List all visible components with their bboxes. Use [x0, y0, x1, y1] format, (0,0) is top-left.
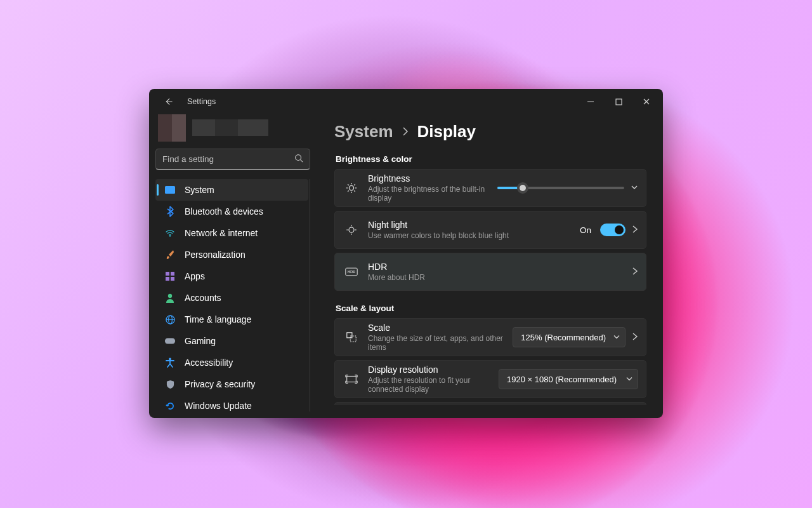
- sidebar-item-personalization[interactable]: Personalization: [155, 244, 308, 265]
- breadcrumb-parent[interactable]: System: [334, 122, 393, 142]
- sidebar-item-label: Privacy & security: [185, 379, 255, 389]
- chevron-right-icon: [402, 127, 409, 138]
- chevron-down-icon: [626, 375, 632, 384]
- svg-rect-14: [165, 338, 175, 344]
- search-icon: [294, 154, 303, 164]
- row-subtitle: Change the size of text, apps, and other…: [368, 334, 504, 352]
- toggle-state-label: On: [580, 225, 591, 235]
- svg-point-10: [168, 293, 172, 297]
- account-name-redacted: [192, 119, 268, 136]
- row-title: Night light: [368, 220, 571, 230]
- row-title: Scale: [368, 323, 504, 333]
- chevron-right-icon[interactable]: [632, 266, 638, 277]
- close-button[interactable]: [632, 89, 660, 114]
- group-label-brightness: Brightness & color: [336, 154, 646, 164]
- svg-rect-34: [347, 376, 357, 382]
- row-orientation[interactable]: Display orientation Landscape: [334, 402, 646, 405]
- sidebar-item-label: Gaming: [185, 336, 216, 346]
- brush-icon: [164, 250, 176, 260]
- sidebar-item-label: System: [185, 185, 214, 195]
- svg-rect-8: [166, 277, 169, 281]
- row-night-light[interactable]: Night light Use warmer colors to help bl…: [334, 211, 646, 249]
- sidebar-item-system[interactable]: System: [155, 179, 308, 201]
- sidebar-item-privacy-security[interactable]: Privacy & security: [155, 373, 308, 395]
- row-hdr[interactable]: HDR HDR More about HDR: [334, 253, 646, 291]
- search-input[interactable]: [162, 154, 294, 164]
- person-icon: [164, 293, 176, 303]
- row-subtitle: More about HDR: [368, 273, 623, 282]
- sidebar-item-label: Windows Update: [185, 401, 252, 411]
- breadcrumb: System Display: [334, 114, 652, 150]
- sidebar-nav: SystemBluetooth & devicesNetwork & inter…: [155, 179, 310, 411]
- sidebar-item-accounts[interactable]: Accounts: [155, 287, 308, 309]
- sidebar-item-gaming[interactable]: Gaming: [155, 330, 308, 352]
- apps-icon: [164, 272, 176, 281]
- sidebar-item-windows-update[interactable]: Windows Update: [155, 395, 308, 411]
- row-subtitle: Use warmer colors to help block blue lig…: [368, 231, 571, 240]
- svg-point-25: [349, 227, 354, 232]
- svg-line-22: [354, 190, 355, 192]
- sun-icon: [344, 182, 359, 194]
- night-light-icon: [344, 224, 359, 236]
- svg-text:HDR: HDR: [348, 271, 355, 274]
- minimize-button[interactable]: [577, 89, 605, 114]
- svg-rect-6: [166, 272, 169, 276]
- bluetooth-icon: [164, 206, 176, 217]
- row-resolution[interactable]: Display resolution Adjust the resolution…: [334, 360, 646, 398]
- accessibility-icon: [164, 358, 176, 368]
- row-title: Display resolution: [368, 364, 490, 375]
- chevron-down-icon[interactable]: [631, 182, 638, 194]
- avatar: [158, 114, 186, 142]
- svg-rect-4: [165, 186, 175, 194]
- sidebar-item-label: Accounts: [185, 293, 221, 303]
- sidebar-item-label: Time & language: [185, 314, 251, 324]
- svg-line-3: [301, 160, 303, 163]
- sidebar-item-apps[interactable]: Apps: [155, 265, 308, 287]
- wifi-icon: [164, 229, 176, 237]
- row-scale[interactable]: Scale Change the size of text, apps, and…: [334, 318, 646, 356]
- sidebar-item-label: Apps: [185, 271, 205, 281]
- scale-select[interactable]: 125% (Recommended): [513, 327, 625, 347]
- night-light-toggle[interactable]: [600, 224, 625, 236]
- row-title: HDR: [368, 262, 623, 272]
- select-value: 1920 × 1080 (Recommended): [507, 375, 617, 384]
- chevron-down-icon: [613, 333, 620, 342]
- search-box[interactable]: [155, 149, 310, 170]
- svg-rect-1: [616, 99, 622, 105]
- svg-point-16: [349, 185, 353, 190]
- back-button[interactable]: [154, 89, 182, 114]
- row-title: Brightness: [368, 173, 488, 184]
- resolution-select[interactable]: 1920 × 1080 (Recommended): [499, 369, 638, 389]
- sidebar-item-label: Personalization: [185, 250, 246, 260]
- scale-icon: [344, 331, 359, 343]
- svg-point-15: [169, 358, 171, 361]
- chevron-right-icon[interactable]: [632, 331, 638, 343]
- svg-point-5: [169, 236, 171, 237]
- svg-line-21: [348, 184, 349, 185]
- svg-rect-7: [171, 272, 174, 276]
- settings-window: Settings: [149, 89, 663, 418]
- maximize-button[interactable]: [605, 89, 632, 114]
- sidebar-item-label: Accessibility: [185, 358, 233, 368]
- sidebar-item-bluetooth-devices[interactable]: Bluetooth & devices: [155, 201, 308, 222]
- sidebar-item-label: Bluetooth & devices: [185, 206, 263, 217]
- account-header[interactable]: [155, 114, 310, 144]
- row-brightness[interactable]: Brightness Adjust the brightness of the …: [334, 169, 646, 207]
- svg-rect-32: [347, 333, 352, 338]
- settings-scroll[interactable]: Brightness & color Brightness Adjust the…: [334, 150, 652, 405]
- chevron-right-icon[interactable]: [632, 224, 638, 236]
- update-icon: [164, 401, 176, 411]
- svg-rect-33: [350, 336, 356, 342]
- window-title: Settings: [182, 97, 216, 106]
- sidebar-item-time-language[interactable]: Time & language: [155, 309, 308, 330]
- sidebar-item-accessibility[interactable]: Accessibility: [155, 352, 308, 373]
- row-subtitle: Adjust the resolution to fit your connec…: [368, 376, 490, 394]
- group-label-scale: Scale & layout: [336, 304, 646, 313]
- sidebar-item-network-internet[interactable]: Network & internet: [155, 222, 308, 244]
- svg-point-2: [296, 155, 301, 161]
- sidebar: SystemBluetooth & devicesNetwork & inter…: [149, 114, 317, 418]
- brightness-slider[interactable]: [497, 182, 624, 194]
- system-icon: [164, 186, 176, 194]
- row-subtitle: Adjust the brightness of the built-in di…: [368, 185, 488, 203]
- desktop-wallpaper: Settings: [0, 0, 812, 508]
